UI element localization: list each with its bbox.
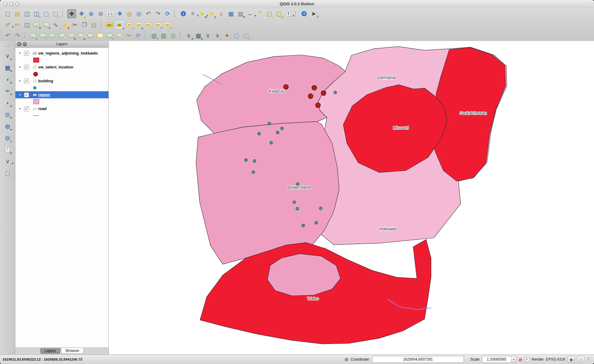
save-layer-edits-icon[interactable]: ◫✏ [23,21,31,29]
float-panel-icon[interactable]: ❐ [23,42,27,46]
add-raster-layer-icon[interactable]: ▦✚ [3,63,12,72]
zoom-next-icon[interactable]: ↷ [154,10,162,18]
fill-ring-icon[interactable] [96,31,104,40]
teal-point-feature[interactable] [334,91,337,94]
add-oracle-layer-icon[interactable]: ◍✚ [3,110,12,119]
help-contents-icon[interactable]: ? [300,10,308,18]
extents-toggle-icon[interactable]: ✇ [345,357,349,362]
remove-layer-icon[interactable]: ▢− [3,169,12,177]
deselect-features-icon[interactable]: ■⊘ [208,10,216,18]
add-mssql-layer-icon[interactable]: ◗✚ [3,99,12,107]
layer-labeling-options-icon[interactable]: abc [105,21,114,29]
crs-status-button[interactable]: ◉ [567,356,575,363]
teal-point-feature[interactable] [296,207,299,210]
save-project-as-icon[interactable]: ◫✏ [32,10,41,18]
run-feature-action-icon[interactable]: ✳▼ [189,10,197,18]
rotate-feature-icon[interactable]: ⟳ [29,31,37,40]
teal-point-feature[interactable] [319,207,322,210]
open-project-icon[interactable]: ▤ [13,10,22,18]
text-annotation-icon[interactable]: T▼ [284,10,293,18]
expand-toggle-icon[interactable]: ▼ [18,107,22,110]
pan-to-selection-icon[interactable]: ✥▦ [77,10,86,18]
layer-item-vw_regions_adjoining_hokkaido[interactable]: ▼✓vw_regions_adjoining_hokkaido [15,50,109,57]
teal-point-feature[interactable] [270,141,272,144]
redo-icon[interactable]: ↷ [13,31,22,40]
new-project-icon[interactable]: ▢ [4,10,12,18]
split-parts-icon[interactable]: ✁ [115,31,123,40]
node-tool-icon[interactable]: ∿▪ [51,21,60,29]
rotate-point-symbols-icon[interactable]: ⟳ [134,31,142,40]
new-shapefile-layer-icon[interactable]: ∨✶▼ [3,157,12,166]
whats-this-icon[interactable]: ➤? [309,10,318,18]
delete-part-icon[interactable]: ✘ [77,31,85,40]
region-queensland[interactable] [196,122,339,264]
measure-icon[interactable]: ↔▼ [246,10,254,18]
layer-item-building[interactable]: ▼✓building [15,77,109,84]
chevron-down-icon[interactable]: ▼ [511,356,516,362]
show-bookmarks-icon[interactable]: ▢▤ [275,10,283,18]
open-attribute-table-icon[interactable]: ▦ [227,10,235,18]
teal-point-feature[interactable] [281,127,283,130]
layer-item-region[interactable]: ▼✓region [15,91,109,98]
grass-display-region-icon[interactable]: ▢ [232,31,241,40]
current-edits-icon[interactable]: ✐▼ [4,21,12,29]
grass-new-point-icon[interactable]: ∨✚ [185,31,193,40]
teal-point-feature[interactable] [315,221,317,224]
rotate-label-icon[interactable]: abc⟳ [154,21,162,29]
layer-visibility-checkbox[interactable]: ✓ [24,51,29,56]
title-bar[interactable]: QGIS 2.0.1-Dufour [0,0,594,9]
zoom-out-icon[interactable]: ⊖ [96,10,105,18]
add-delimited-text-layer-icon[interactable]: ❜✚ [3,145,12,154]
layer-visibility-checkbox[interactable]: ✓ [24,106,29,111]
zoom-last-icon[interactable]: ↶ [144,10,153,18]
expand-toggle-icon[interactable]: ▼ [18,80,22,83]
grass-close-mapset-icon[interactable]: ▥− [169,31,177,40]
add-feature-icon[interactable]: ✚ [32,21,41,29]
add-ring-icon[interactable]: ✶ [48,31,56,40]
layer-visibility-checkbox[interactable]: ✓ [24,65,29,70]
reshape-features-icon[interactable] [86,31,95,40]
teal-point-feature[interactable] [244,159,247,162]
change-label-icon[interactable]: abc✏ [163,21,172,29]
highlight-pinned-labels-icon[interactable]: ab● [125,21,133,29]
teal-point-feature[interactable] [252,171,255,174]
grass-edit-region-icon[interactable]: ▢✏ [242,31,250,40]
identify-features-icon[interactable]: i [179,10,187,18]
grass-new-line-icon[interactable]: ▦✚ [194,31,203,40]
grass-edit-attributes-icon[interactable]: ∨✏ [213,31,222,40]
layer-item-road[interactable]: ▼✓road [15,105,109,112]
zoom-actual-icon[interactable]: 1:1 [106,10,114,18]
red-point-feature[interactable] [308,94,313,99]
red-point-feature[interactable] [321,91,326,96]
teal-point-feature[interactable] [258,132,260,135]
add-wms-layer-icon[interactable]: ◍✚ [3,122,12,130]
cut-features-icon[interactable]: ✂ [71,21,79,29]
grass-open-mapset-icon[interactable]: ▥↥ [150,31,158,40]
teal-point-feature[interactable] [253,160,256,162]
composer-manager-icon[interactable]: ▢✳ [51,10,60,18]
teal-point-feature[interactable] [302,224,305,227]
toggle-editing-icon[interactable]: ✏ [13,21,22,29]
messages-button[interactable]: ⚠ [577,356,584,363]
zoom-to-selection-icon[interactable]: ◎ [125,10,133,18]
red-point-feature[interactable] [316,103,321,108]
copy-features-icon[interactable]: ❐ [80,21,88,29]
add-part-icon[interactable]: ✶ [58,31,66,40]
delete-selected-icon[interactable]: ■✘ [61,21,69,29]
new-print-composer-icon[interactable]: ▢✶ [42,10,50,18]
expand-toggle-icon[interactable]: ▼ [18,52,22,55]
offset-curve-icon[interactable]: ✑▾ [125,31,133,40]
field-calculator-icon[interactable]: ▥✚ [236,10,245,18]
resize-grip[interactable] [587,357,591,362]
teal-point-feature[interactable] [276,131,279,134]
close-panel-icon[interactable]: ✕ [17,42,21,46]
map-canvas[interactable]: KwaZuluGermaniaMissouriSaskatchewanQueen… [109,41,594,355]
zoom-in-icon[interactable]: ⊕ [87,10,95,18]
add-wfs-layer-icon[interactable]: ◍∨ [3,134,12,142]
layer-visibility-checkbox[interactable]: ✓ [24,79,29,84]
scale-combo[interactable]: 1:33565585 ▼ [482,356,516,363]
undo-icon[interactable]: ↶ [4,31,12,40]
pin-labels-icon[interactable]: ab● [115,20,124,29]
stop-render-icon[interactable]: ⊘ [518,357,522,362]
add-postgis-layer-icon[interactable]: ◖✚ [3,75,12,84]
